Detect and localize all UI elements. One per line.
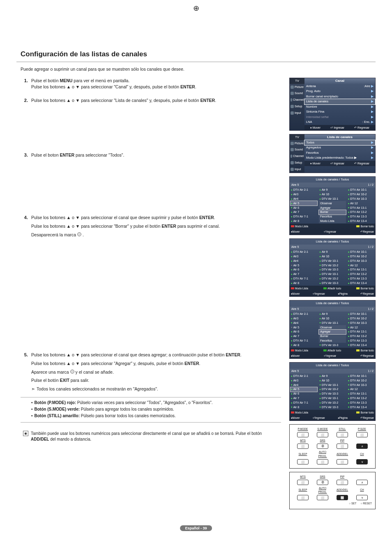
channel-row: ●DTV Air 10-1 bbox=[319, 259, 346, 263]
channel-row: ●DTV Air 10-3 bbox=[319, 343, 346, 347]
remote-btn: ⬜ bbox=[356, 432, 368, 437]
intro-text: Puede agregar o suprimir un canal para q… bbox=[21, 66, 376, 72]
channel-row: ●DTV Air 7-1 bbox=[291, 338, 317, 343]
channel-row: ●Air 10 bbox=[319, 192, 346, 197]
content-area: 1. Pulse el botón MENU para ver el menú … bbox=[16, 78, 376, 513]
channel-row: ●DTV Air 10-3 bbox=[348, 383, 374, 387]
t: Pulse los botones ▲ o ▼ para seleccionar… bbox=[31, 224, 161, 229]
bn-lbl: Botón (STILL) amarillo: bbox=[35, 414, 80, 418]
osd-side-item: Setup bbox=[290, 159, 304, 166]
channel-row: ●Air4 bbox=[291, 259, 317, 263]
channel-row: ●DTV Air 10-3 bbox=[319, 268, 346, 272]
channel-row: ●Air4 bbox=[291, 197, 317, 201]
channel-row: ●DTV Air 10-1 bbox=[348, 250, 374, 254]
channel-row: ●Air3 bbox=[291, 254, 317, 259]
list-footer: ♦Mover⏎Ingresar♦Página↶Regresar bbox=[290, 291, 375, 296]
channel-row: ●DTV Air 10-2 bbox=[348, 254, 374, 259]
bn-row: •Botón (S.MODE) verde: Púlselo para agre… bbox=[31, 407, 281, 412]
channel-row: ●DTV Air 10-3 bbox=[348, 321, 374, 325]
spacer bbox=[21, 111, 281, 152]
remote-btn: ⬜ bbox=[297, 432, 309, 437]
t: Pulse el botón bbox=[31, 78, 60, 83]
remote-btn: ⦿ bbox=[317, 444, 328, 449]
remote-adddel: ⬜ bbox=[337, 495, 348, 500]
osd-side-item: Picture bbox=[290, 84, 304, 90]
t: Todos los canales seleccionados se mostr… bbox=[37, 386, 158, 392]
channel-row: ●DTV Air 13-3 bbox=[348, 338, 374, 343]
remote-btn: ⬜ bbox=[317, 495, 328, 500]
channel-row: ●DTV Air 13-2 bbox=[348, 396, 374, 401]
channel-row: ●DTV Air 10-2 bbox=[319, 400, 346, 405]
remote-btn: ⬜ bbox=[337, 444, 348, 449]
osd-side-item: Input bbox=[290, 166, 304, 173]
channel-row: ●DTV Air 10-2 bbox=[319, 263, 346, 268]
t: También puede usar los botones numéricos… bbox=[31, 431, 262, 436]
t: Aparece una marca bbox=[31, 370, 70, 374]
kw-enter: ENTER bbox=[199, 215, 214, 220]
kw-adddel: ADD/DEL bbox=[31, 437, 49, 441]
channel-row: ●Air 12 bbox=[348, 263, 374, 268]
remote-btn: ⬜ bbox=[317, 459, 328, 464]
osd-side-item: Picture bbox=[290, 140, 304, 147]
remote-label: SLEEP bbox=[297, 488, 309, 492]
channel-row: ●DTV Air 13-4 bbox=[348, 343, 374, 347]
remote-label: P.SIZE bbox=[356, 427, 368, 431]
channel-row: ●Air 6 bbox=[291, 392, 317, 396]
remote-label: ADD/DEL bbox=[337, 488, 348, 492]
t: Pulse los botones ▲ o ▼ para seleccionar… bbox=[31, 361, 184, 366]
remote-label: SRS bbox=[317, 475, 328, 478]
popup-item: Agregar bbox=[319, 206, 346, 210]
channel-row: ●DTV Air 10-1 bbox=[319, 396, 346, 401]
remote-ch-up: ∧ bbox=[356, 480, 368, 485]
osd-item: LNA: Enc. ▶ bbox=[304, 120, 375, 125]
channel-row: ●Air 12 bbox=[348, 325, 374, 330]
list-title: Lista de canales / Todos bbox=[290, 363, 375, 369]
channel-row: ●Air3 bbox=[291, 378, 317, 383]
osd-item: Prog. Auto ▶ bbox=[304, 89, 375, 94]
channel-row: ●Air 8 bbox=[291, 405, 317, 409]
channel-row: ●Air 6 bbox=[291, 330, 317, 334]
channel-row: ●Air4 bbox=[291, 383, 317, 387]
t: Pulse los botones ▲ o ▼ para seleccionar… bbox=[31, 215, 199, 220]
remote-btn: ⬜ bbox=[297, 495, 309, 500]
osd-item: Sintonía Fina ▶ bbox=[304, 109, 375, 115]
osd-item: Borrar canal encriptado ▶ bbox=[304, 94, 375, 99]
channel-row: ●Air3 bbox=[291, 316, 317, 321]
t: del mando a distancia. bbox=[49, 437, 91, 441]
channel-row: ●DTV Air 13-1 bbox=[348, 330, 374, 334]
osd-footer: ♦ Mover ⏎ Ingresar ↶ Regresar bbox=[304, 161, 375, 166]
t: Pulse los botones ▲ o ▼ para seleccionar… bbox=[31, 98, 201, 103]
remote-btn: ⬜ bbox=[337, 480, 348, 485]
channel-row: ●Air 10 bbox=[319, 378, 346, 383]
bn-txt: Púlselo varias veces para seleccionar "T… bbox=[76, 400, 213, 405]
remote-btn: ⬜ bbox=[297, 480, 309, 485]
kw-enter: ENTER bbox=[180, 84, 195, 89]
osd-item: Intensidad señal ▶ bbox=[304, 115, 375, 120]
remote-label: MTS bbox=[297, 475, 309, 478]
channel-row: ●Air3 bbox=[291, 192, 317, 197]
foot-note-text: También puede usar los botones numéricos… bbox=[31, 431, 269, 442]
t: Pulse los botones ▲ o ▼ para seleccionar… bbox=[31, 84, 180, 89]
channel-row: ●DTV Air 10-2 bbox=[348, 378, 374, 383]
bn-lbl: Botón (P.MODE) rojo: bbox=[35, 400, 76, 405]
t: RESET bbox=[363, 502, 372, 505]
step-num: 5. bbox=[21, 352, 28, 392]
channel-row: ●DTV Air 2-1 bbox=[291, 374, 317, 379]
channel-row: ●DTV Air 10-1 bbox=[319, 321, 346, 325]
remote-label: MTS bbox=[297, 439, 309, 442]
right-column: TV PictureSoundChannelSetupInput Canal A… bbox=[289, 78, 376, 513]
remote-btn: ⬜ bbox=[337, 459, 348, 464]
list-footer: ♦Mover⏎Ingresar↶Regresar bbox=[290, 229, 375, 234]
channel-row: ●DTV Air 10-1 bbox=[319, 272, 346, 277]
channel-row: ●DTV Air 13-1 bbox=[348, 268, 374, 272]
remote-btn: ⬜ bbox=[337, 432, 348, 437]
list-footer: ♦Mover⏎Ingresar↶Regresar bbox=[290, 353, 375, 358]
remote-diagram-2: MTSSRSPIP ⬜⦿⬜∧ SLEEPAUTO PROG.ADD/DELCH … bbox=[289, 472, 376, 510]
channel-row: ●DTV Air 10-1 bbox=[319, 383, 346, 387]
remote-label: AUTO PROG. bbox=[317, 450, 328, 457]
popup-item: Observar bbox=[319, 201, 346, 206]
f: Regresar bbox=[357, 126, 369, 129]
channel-row: ●Air 10 bbox=[319, 316, 346, 321]
channel-row: ●DTV Air 10-3 bbox=[348, 197, 374, 201]
channel-row: ●Air4 bbox=[291, 321, 317, 325]
